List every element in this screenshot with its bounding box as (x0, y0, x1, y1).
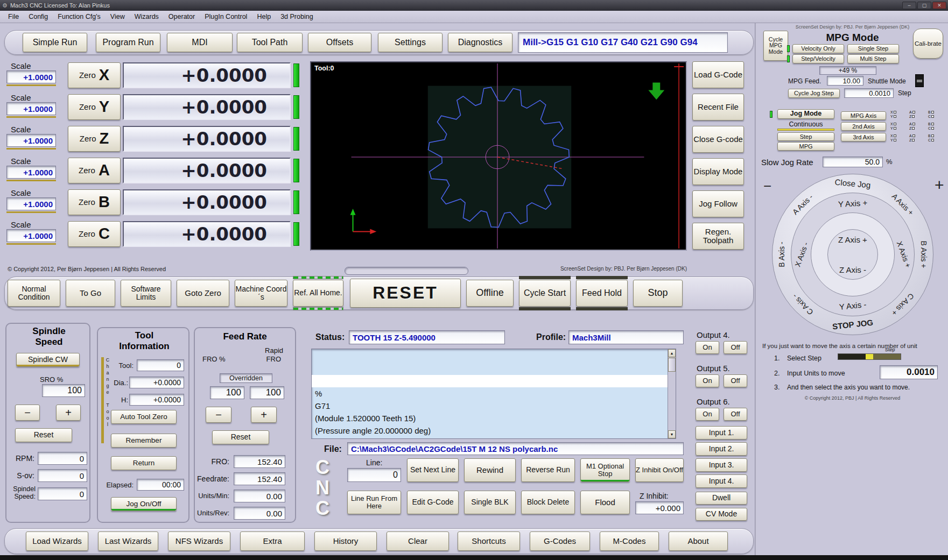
scroll-up-icon[interactable]: ▲ (668, 349, 676, 357)
scale-value-z[interactable]: +1.0000 (6, 134, 56, 147)
dro-y[interactable]: +0.0000 (123, 94, 291, 120)
load-gcode-button[interactable]: Load G-Code (692, 61, 744, 88)
zero-c-button[interactable]: Zero C (68, 221, 121, 247)
jog-step-value[interactable]: 0.0010 (844, 88, 894, 98)
axis-option[interactable]: Z (909, 115, 911, 118)
cv-mode-indicator[interactable]: CV Mode (696, 508, 747, 521)
spindle-reset-button[interactable]: Reset (15, 428, 72, 442)
machine-coords-button[interactable]: Machine Coord´s (235, 280, 287, 307)
set-next-line-button[interactable]: Set Next Line (407, 458, 459, 482)
input2-button[interactable]: Input 2. (696, 442, 747, 456)
menu-plugin-control[interactable]: PlugIn Control (200, 13, 252, 20)
regen-toolpath-button[interactable]: Regen. Toolpath (692, 223, 744, 250)
output4-on-button[interactable]: On (696, 341, 719, 354)
axis-option[interactable]: A (909, 122, 912, 126)
dro-a[interactable]: +0.0000 (123, 158, 291, 183)
to-go-button[interactable]: To Go (66, 280, 115, 307)
load-wizards-button[interactable]: Load Wizards (26, 531, 88, 551)
sro-value[interactable]: 100 (42, 384, 85, 397)
h-value[interactable]: +0.0000 (129, 394, 184, 406)
jog-mode-button[interactable]: Jog Mode (777, 109, 834, 119)
shortcuts-button[interactable]: Shortcuts (458, 531, 520, 551)
gcode-scrollbar[interactable]: ▲ ▼ (668, 349, 676, 438)
extra-button[interactable]: Extra (240, 531, 305, 551)
axis-option[interactable]: X (890, 134, 893, 138)
reset-button[interactable]: RESET (350, 279, 461, 308)
zero-x-button[interactable]: Zero X (68, 62, 121, 88)
axis-option[interactable]: C (928, 138, 931, 142)
menu-3d-probing[interactable]: 3d Probing (276, 13, 318, 20)
axis-checkbox[interactable] (931, 127, 934, 130)
zero-y-button[interactable]: Zero Y (68, 94, 121, 120)
return-button[interactable]: Return (111, 456, 177, 470)
third-axis-button[interactable]: 3rd Axis (841, 133, 886, 141)
b-axis-plus-button[interactable]: B Axis + (919, 241, 928, 268)
step-mode-button[interactable]: Step (777, 132, 834, 141)
line-run-from-here-button[interactable]: Line Run From Here (347, 491, 401, 514)
axis-option[interactable]: B (928, 134, 931, 138)
z-axis-plus-button[interactable]: Z Axis + (838, 235, 867, 244)
auto-tool-zero-button[interactable]: Auto Tool Zero (111, 410, 177, 424)
scroll-down-icon[interactable]: ▼ (668, 430, 676, 438)
input1-button[interactable]: Input 1. (696, 426, 747, 440)
feed-plus-button[interactable]: + (251, 407, 277, 423)
spindle-plus-button[interactable]: + (56, 405, 81, 421)
fro-value[interactable]: 152.40 (234, 455, 285, 468)
third-axis-select-grid[interactable]: X A B Y Z C (890, 134, 944, 142)
g-codes-button[interactable]: G-Codes (530, 531, 590, 551)
line-value[interactable]: 0 (347, 468, 401, 482)
rapid-fro-value[interactable]: 100 (250, 386, 284, 399)
tab-simple-run[interactable]: Simple Run (23, 33, 87, 52)
history-button[interactable]: History (314, 531, 377, 551)
flood-button[interactable]: Flood (580, 491, 630, 514)
goto-zero-button[interactable]: Goto Zero (177, 280, 229, 307)
gcode-listing[interactable]: % G71 (Module 1.520000 Teeth 15) (Pressu… (311, 349, 676, 439)
axis-checkbox[interactable] (894, 115, 896, 118)
axis-checkbox[interactable] (912, 139, 915, 141)
step-gauge[interactable] (838, 353, 901, 360)
output4-off-button[interactable]: Off (724, 341, 747, 354)
close-gcode-button[interactable]: Close G-code (692, 126, 744, 153)
tab-diagnostics[interactable]: Diagnostics (448, 33, 512, 52)
m-codes-button[interactable]: M-Codes (600, 531, 659, 551)
scale-value-x[interactable]: +1.0000 (6, 70, 56, 83)
jog-follow-button[interactable]: Jog Follow (692, 190, 744, 217)
menu-help[interactable]: Help (252, 13, 276, 20)
scroll-thumb[interactable] (668, 358, 676, 372)
axis-option[interactable]: Y (890, 138, 893, 142)
axis-checkbox[interactable] (894, 111, 896, 114)
axis-checkbox[interactable] (912, 115, 915, 118)
axis-checkbox[interactable] (894, 139, 896, 141)
axis-option[interactable]: B (928, 122, 931, 126)
output5-off-button[interactable]: Off (724, 374, 747, 387)
axis-option[interactable]: Y (890, 126, 893, 130)
z-axis-minus-button[interactable]: Z Axis - (839, 265, 866, 274)
axis-option[interactable]: Z (909, 126, 911, 130)
menu-wizards[interactable]: Wizards (130, 13, 164, 20)
output5-on-button[interactable]: On (696, 374, 719, 387)
mpg-axis-button[interactable]: MPG Axis (841, 111, 886, 120)
z-inhibit-onoff-button[interactable]: Z Inhibit On/Off (635, 458, 684, 482)
axis-checkbox[interactable] (931, 139, 934, 141)
jog-onoff-button[interactable]: Jog On/Off (111, 497, 177, 511)
axis-checkbox[interactable] (931, 111, 934, 114)
axis-option[interactable]: B (928, 110, 931, 114)
m1-optional-stop-button[interactable]: M1 Optional Stop (580, 458, 630, 482)
cycle-jog-step-button[interactable]: Cycle Jog Step (788, 89, 840, 98)
axis-checkbox[interactable] (912, 134, 915, 137)
velocity-only-button[interactable]: Velocity Only (792, 44, 844, 53)
mpg-mode-button[interactable]: MPG (777, 142, 834, 151)
shuttle-mode-switch[interactable] (915, 74, 924, 87)
axis-checkbox[interactable] (912, 111, 915, 114)
menu-operator[interactable]: Operator (164, 13, 200, 20)
dro-b[interactable]: +0.0000 (123, 189, 291, 215)
menu-function-cfgs[interactable]: Function Cfg's (53, 13, 106, 20)
axis-checkbox[interactable] (894, 127, 896, 130)
input4-button[interactable]: Input 4. (696, 474, 747, 488)
menu-config[interactable]: Config (24, 13, 53, 20)
zero-b-button[interactable]: Zero B (68, 189, 121, 215)
y-axis-plus-button[interactable]: Y Axis + (838, 198, 867, 209)
second-axis-button[interactable]: 2nd Axis (841, 122, 886, 131)
software-limits-button[interactable]: Software Limits (121, 280, 171, 307)
sov-value[interactable]: 0 (38, 469, 87, 482)
